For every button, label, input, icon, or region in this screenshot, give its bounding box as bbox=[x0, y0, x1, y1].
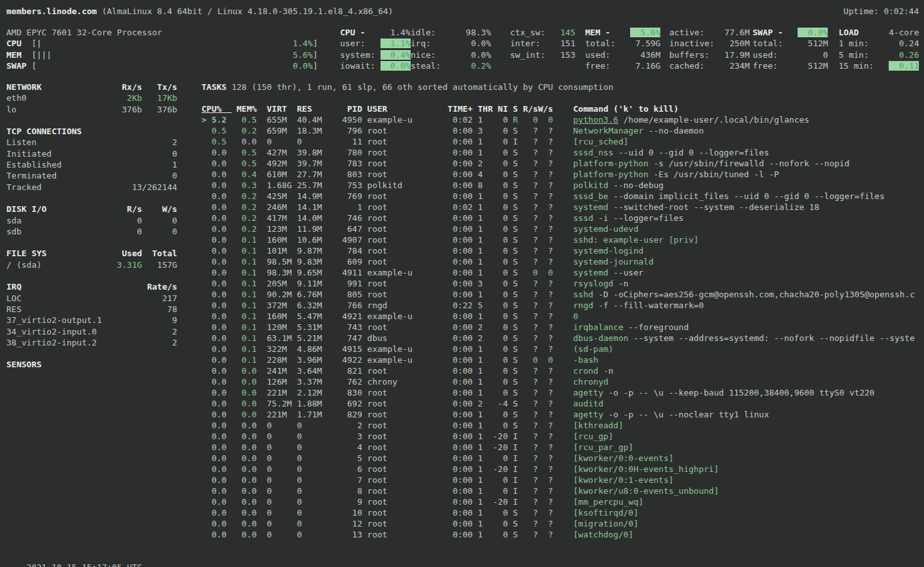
cell-state: I bbox=[513, 464, 518, 474]
cell-write-rate: ? bbox=[538, 377, 552, 387]
cell-time: 0:00 bbox=[418, 333, 473, 343]
cell-read-rate: ? bbox=[518, 202, 538, 212]
row-cursor bbox=[201, 355, 207, 365]
cell-res: 14.9M bbox=[297, 191, 332, 201]
gap bbox=[257, 268, 267, 277]
cell-mem: 0.0 bbox=[237, 453, 257, 463]
gap bbox=[553, 115, 573, 125]
cell-state: S bbox=[513, 257, 518, 266]
cell-command-args: --switched-root --system --deserialize 1… bbox=[608, 202, 819, 212]
cell-write-rate: ? bbox=[538, 388, 552, 397]
cell-write-rate: ? bbox=[538, 257, 552, 266]
cell-thr: 1 bbox=[473, 366, 493, 376]
process-row: 0.5 0.2 659M 18.3M 796 root 0:00 3 0 S ?… bbox=[201, 125, 924, 136]
gap bbox=[257, 180, 267, 190]
cell-ni: 0 bbox=[493, 257, 508, 266]
stat-value: 512M bbox=[793, 61, 828, 71]
gap bbox=[257, 279, 267, 288]
row-cursor bbox=[201, 344, 207, 354]
cell-command-name: 0 bbox=[573, 311, 578, 321]
cell-user: root bbox=[363, 246, 418, 256]
cell-virt: 659M bbox=[267, 126, 297, 135]
row-value: 0 bbox=[142, 216, 177, 225]
cell-ni: 0 bbox=[493, 344, 508, 354]
cell-pid: 784 bbox=[332, 246, 363, 256]
gap bbox=[257, 475, 267, 485]
cell-virt: 0 bbox=[267, 432, 297, 441]
cell-ni: 0 bbox=[493, 202, 508, 212]
cell-pid: 692 bbox=[332, 399, 363, 408]
stat-value: 153 bbox=[551, 50, 576, 60]
cell-pid: 805 bbox=[332, 290, 363, 299]
cell-state: I bbox=[513, 432, 518, 441]
cell-cpu: 0.0 bbox=[207, 432, 227, 441]
cell-command-name: systemd bbox=[573, 202, 608, 212]
cell-command-name: platform-python bbox=[573, 159, 648, 168]
cell-ni: -20 bbox=[493, 432, 508, 441]
cell-write-rate: ? bbox=[538, 290, 552, 299]
cell-res: 0 bbox=[297, 137, 332, 146]
cell-res: 14.0M bbox=[297, 213, 332, 223]
cell-thr: 1 bbox=[473, 377, 493, 387]
gap bbox=[257, 366, 267, 376]
cell-mem: 0.2 bbox=[237, 224, 257, 234]
cell-cpu: 0.0 bbox=[207, 366, 227, 376]
cell-ni: 0 bbox=[493, 213, 508, 223]
row-cursor bbox=[201, 519, 207, 528]
stat-label: inactive: bbox=[669, 39, 719, 48]
cell-pid: 8 bbox=[332, 486, 363, 496]
cell-user: root bbox=[363, 126, 418, 135]
cell-virt: 655M bbox=[267, 115, 297, 125]
cell-read-rate: ? bbox=[518, 257, 538, 266]
stat-label: iowait: bbox=[340, 61, 381, 71]
cell-mem: 0.1 bbox=[237, 246, 257, 256]
cell-pid: 10 bbox=[332, 508, 363, 518]
cell-state: S bbox=[513, 191, 518, 201]
cell-command-name: [rcu_gp] bbox=[573, 432, 613, 441]
cell-read-rate: ? bbox=[518, 311, 538, 321]
cell-user: root bbox=[363, 257, 418, 266]
row-value: 3.31G bbox=[107, 260, 142, 270]
cell-mem: 0.5 bbox=[237, 148, 257, 157]
stat-label: used: bbox=[585, 50, 626, 60]
cell-ni: 0 bbox=[493, 137, 508, 146]
cell-state: I bbox=[513, 137, 518, 146]
gap bbox=[553, 257, 573, 266]
left-sidebar: NETWORK Rx/s Tx/seth0 2Kb 17Kblo 376b 37… bbox=[6, 82, 199, 371]
process-row: > 5.2 0.5 655M 40.4M 4950 example-u 0:02… bbox=[201, 114, 924, 125]
row-value: 376b bbox=[142, 105, 177, 114]
cell-write-rate: ? bbox=[538, 344, 552, 354]
gap bbox=[553, 388, 573, 397]
section-title: FILE SYS bbox=[6, 249, 107, 258]
stat-label: 1 min: bbox=[839, 39, 879, 48]
cell-state: S bbox=[513, 344, 518, 354]
stat-value: 1.1% bbox=[381, 39, 411, 48]
cell-mem: 0.3 bbox=[237, 180, 257, 190]
cell-user: example-u bbox=[363, 355, 418, 365]
cell-pid: 9 bbox=[332, 497, 363, 507]
glances-terminal[interactable]: members.linode.com (AlmaLinux 8.4 64bit … bbox=[0, 0, 924, 567]
cell-state: S bbox=[513, 246, 518, 256]
cell-pid: 769 bbox=[332, 191, 363, 201]
cell-command-args: --foreground bbox=[624, 322, 689, 332]
cell-mem: 0.2 bbox=[237, 202, 257, 212]
gap bbox=[257, 224, 267, 234]
cell-mem: 0.1 bbox=[237, 279, 257, 288]
cell-read-rate: ? bbox=[518, 497, 538, 507]
row-label: 37_virtio2-output.1 bbox=[6, 315, 107, 325]
cell-res: 10.6M bbox=[297, 235, 332, 245]
stat-cpu-detail: nice: 0.0% bbox=[411, 49, 491, 60]
cell-mem: 0.2 bbox=[237, 191, 257, 201]
cell-res: 0 bbox=[297, 519, 332, 528]
cell-thr: 1 bbox=[473, 442, 493, 452]
gap bbox=[227, 410, 237, 419]
cell-thr: 1 bbox=[473, 311, 493, 321]
gap bbox=[227, 432, 237, 441]
cell-cpu: 0.0 bbox=[207, 170, 227, 179]
gap bbox=[553, 191, 573, 201]
row-cursor bbox=[201, 191, 207, 201]
gap bbox=[553, 235, 573, 245]
cell-user: root bbox=[363, 432, 418, 441]
gap bbox=[227, 344, 237, 354]
cell-state: S bbox=[513, 421, 518, 430]
